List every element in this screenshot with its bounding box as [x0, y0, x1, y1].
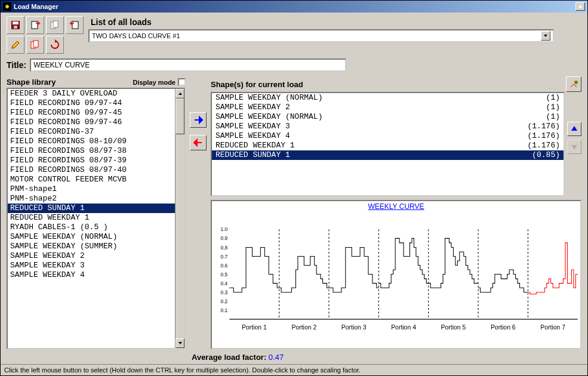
- scroll-thumb[interactable]: [176, 98, 184, 134]
- svg-point-9: [574, 81, 578, 84]
- remove-shape-button[interactable]: [190, 135, 207, 150]
- move-up-button[interactable]: [567, 122, 581, 136]
- list-item[interactable]: FIELD RECORDING 09/97-46: [8, 118, 175, 127]
- docs-button[interactable]: [26, 36, 44, 54]
- shapes-for-load-list[interactable]: SAMPLE WEEKDAY (NORMAL)(1)SAMPLE WEEKDAY…: [211, 92, 565, 196]
- shapes-tool-button[interactable]: [566, 76, 581, 92]
- display-mode-checkbox[interactable]: [178, 78, 186, 86]
- shape-item[interactable]: SAMPLE WEEKDAY 2(1): [212, 103, 564, 112]
- display-mode-label: Display mode: [133, 79, 176, 86]
- list-item[interactable]: SAMPLE WEEKDAY (NORMAL): [8, 232, 175, 242]
- svg-rect-1: [13, 21, 19, 24]
- status-bar: Click the left mouse button to select (H…: [1, 364, 587, 375]
- list-item[interactable]: FEEDER 3 DAILY OVERLOAD: [8, 89, 175, 98]
- svg-rect-6: [72, 21, 78, 29]
- loads-dropdown-value: TWO DAYS LOAD CURVE #1: [92, 32, 180, 39]
- close-button[interactable]: ✕: [575, 2, 585, 11]
- list-item[interactable]: FIELD RECORDING 09/97-45: [8, 108, 175, 118]
- list-item[interactable]: SAMPLE WEEKDAY (SUMMER): [8, 242, 175, 251]
- list-of-loads-label: List of all loads: [88, 16, 581, 29]
- avg-load-label: Average load factor:: [192, 353, 266, 362]
- scroll-down-button[interactable]: [176, 338, 184, 348]
- svg-rect-8: [33, 41, 38, 47]
- move-down-button[interactable]: [567, 140, 581, 154]
- svg-text:Portion 4: Portion 4: [391, 324, 416, 331]
- svg-text:Portion 5: Portion 5: [441, 324, 466, 331]
- shape-item[interactable]: SAMPLE WEEKDAY 4(1.176): [212, 131, 564, 141]
- app-icon: [3, 2, 11, 11]
- shape-item[interactable]: SAMPLE WEEKDAY (NORMAL)(1): [212, 112, 564, 122]
- svg-text:0.3: 0.3: [221, 289, 228, 295]
- list-item[interactable]: REDUCED WEEKDAY 1: [8, 213, 175, 223]
- scroll-up-button[interactable]: [176, 89, 184, 98]
- list-item[interactable]: FIELD RECORDINGS 08-10/09: [8, 137, 175, 146]
- shape-item[interactable]: REDUCED SUNDAY 1(0.85): [212, 150, 564, 160]
- svg-rect-5: [53, 21, 58, 27]
- svg-text:0.8: 0.8: [221, 245, 228, 251]
- svg-text:0.5: 0.5: [221, 272, 228, 278]
- dropdown-arrow-icon: [541, 31, 550, 41]
- shape-item[interactable]: SAMPLE WEEKDAY 3(1.176): [212, 122, 564, 131]
- list-item[interactable]: PNM-shape2: [8, 194, 175, 204]
- copy-doc-button[interactable]: [46, 16, 64, 34]
- svg-text:1.0: 1.0: [221, 226, 228, 232]
- svg-text:0.7: 0.7: [221, 254, 228, 260]
- list-item[interactable]: REDUCED SUNDAY 1: [8, 204, 175, 213]
- title-label: Title:: [7, 60, 26, 70]
- load-manager-window: Load Manager ✕ List of all loads TWO DAY…: [0, 0, 588, 376]
- shape-library-list[interactable]: FEEDER 3 DAILY OVERLOADFIELD RECORDING 0…: [7, 88, 186, 349]
- shape-library-label: Shape library: [7, 78, 56, 87]
- list-item[interactable]: FIELD RECORDINGS 08/97-39: [8, 156, 175, 165]
- svg-text:0.9: 0.9: [221, 235, 228, 241]
- list-item[interactable]: FIELD RECORDING 09/97-44: [8, 98, 175, 108]
- chart-title: WEEKLY CURVE: [212, 201, 580, 212]
- chart-panel: WEEKLY CURVE 0.10.20.30.40.50.60.70.80.9…: [211, 200, 581, 349]
- svg-text:0.6: 0.6: [221, 263, 228, 269]
- svg-text:Portion 6: Portion 6: [491, 324, 516, 331]
- list-item[interactable]: FIELD RECORDINGS 08/97-40: [8, 165, 175, 175]
- shape-item[interactable]: REDUCED WEEKDAY 1(1.176): [212, 141, 564, 150]
- list-item[interactable]: SAMPLE WEEKDAY 4: [8, 270, 175, 280]
- scrollbar[interactable]: [175, 89, 184, 348]
- window-title: Load Manager: [14, 3, 59, 10]
- titlebar: Load Manager ✕: [1, 1, 587, 13]
- edit-button[interactable]: [7, 36, 24, 54]
- import-button[interactable]: [26, 16, 44, 34]
- svg-text:Portion 3: Portion 3: [341, 324, 367, 331]
- loads-dropdown[interactable]: TWO DAYS LOAD CURVE #1: [88, 29, 554, 42]
- weekly-curve-chart: 0.10.20.30.40.50.60.70.80.91.0Portion 1P…: [212, 212, 580, 348]
- svg-text:Portion 7: Portion 7: [540, 324, 565, 331]
- svg-rect-2: [14, 26, 17, 29]
- shapes-for-load-label: Shape(s) for current load: [211, 79, 303, 90]
- title-input[interactable]: [30, 58, 346, 72]
- add-shape-button[interactable]: [190, 112, 207, 128]
- toolbar: [7, 16, 84, 54]
- list-item[interactable]: FIELD RECORDING-37: [8, 127, 175, 137]
- avg-load-value: 0.47: [269, 353, 284, 362]
- svg-text:0.4: 0.4: [221, 281, 228, 286]
- list-item[interactable]: MOTOR CONTROL FEEDER MCVB: [8, 175, 175, 184]
- svg-text:Portion 1: Portion 1: [242, 324, 267, 331]
- svg-text:0.1: 0.1: [221, 307, 228, 313]
- svg-text:0.2: 0.2: [221, 298, 228, 304]
- save-button[interactable]: [7, 16, 24, 34]
- refresh-button[interactable]: [46, 36, 64, 54]
- list-item[interactable]: PNM-shape1: [8, 184, 175, 194]
- svg-text:Portion 2: Portion 2: [291, 324, 316, 331]
- export-button[interactable]: [66, 16, 84, 34]
- shape-item[interactable]: SAMPLE WEEKDAY (NORMAL)(1): [212, 93, 564, 103]
- list-item[interactable]: SAMPLE WEEKDAY 3: [8, 261, 175, 270]
- list-item[interactable]: SAMPLE WEEKDAY 2: [8, 251, 175, 261]
- list-item[interactable]: RYADH CABLES-1 (0.5 ): [8, 223, 175, 232]
- list-item[interactable]: FIELD RECORDINGS 08/97-38: [8, 146, 175, 156]
- svg-rect-3: [32, 21, 38, 29]
